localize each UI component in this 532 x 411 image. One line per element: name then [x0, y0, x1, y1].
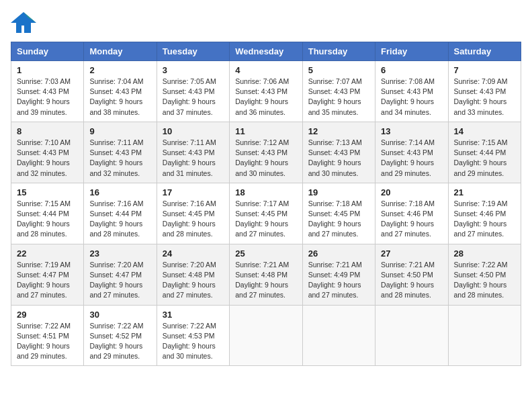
day-number: 31: [163, 310, 224, 320]
calendar-cell: 24Sunrise: 7:20 AMSunset: 4:48 PMDayligh…: [157, 244, 229, 305]
day-info: Sunrise: 7:12 AMSunset: 4:43 PMDaylight:…: [235, 138, 296, 179]
day-info: Sunrise: 7:09 AMSunset: 4:43 PMDaylight:…: [454, 77, 515, 118]
day-info: Sunrise: 7:08 AMSunset: 4:43 PMDaylight:…: [381, 77, 442, 118]
logo-bird-icon: [11, 11, 36, 36]
calendar-header-row: SundayMondayTuesdayWednesdayThursdayFrid…: [11, 42, 521, 61]
calendar-table: SundayMondayTuesdayWednesdayThursdayFrid…: [11, 42, 521, 366]
day-number: 28: [454, 248, 515, 259]
calendar-cell: 4Sunrise: 7:06 AMSunset: 4:43 PMDaylight…: [230, 61, 302, 122]
calendar-cell: 1Sunrise: 7:03 AMSunset: 4:43 PMDaylight…: [11, 61, 84, 122]
col-header-saturday: Saturday: [448, 42, 521, 61]
col-header-friday: Friday: [375, 42, 448, 61]
col-header-thursday: Thursday: [302, 42, 375, 61]
calendar-cell: 25Sunrise: 7:21 AMSunset: 4:48 PMDayligh…: [230, 244, 302, 305]
calendar-cell: 31Sunrise: 7:22 AMSunset: 4:53 PMDayligh…: [157, 305, 229, 366]
calendar-cell: 14Sunrise: 7:15 AMSunset: 4:44 PMDayligh…: [448, 122, 521, 183]
calendar-cell: 8Sunrise: 7:10 AMSunset: 4:43 PMDaylight…: [11, 122, 84, 183]
day-number: 25: [235, 248, 296, 259]
calendar-week-2: 8Sunrise: 7:10 AMSunset: 4:43 PMDaylight…: [11, 122, 521, 183]
calendar-week-1: 1Sunrise: 7:03 AMSunset: 4:43 PMDaylight…: [11, 61, 521, 122]
day-info: Sunrise: 7:07 AMSunset: 4:43 PMDaylight:…: [308, 77, 369, 118]
day-info: Sunrise: 7:11 AMSunset: 4:43 PMDaylight:…: [163, 138, 224, 179]
day-number: 21: [454, 187, 515, 197]
col-header-sunday: Sunday: [11, 42, 84, 61]
calendar-cell: 20Sunrise: 7:18 AMSunset: 4:46 PMDayligh…: [375, 183, 448, 244]
day-info: Sunrise: 7:19 AMSunset: 4:46 PMDaylight:…: [454, 199, 515, 240]
day-number: 12: [308, 126, 369, 136]
day-info: Sunrise: 7:17 AMSunset: 4:45 PMDaylight:…: [235, 199, 296, 240]
calendar-cell: 28Sunrise: 7:22 AMSunset: 4:50 PMDayligh…: [448, 244, 521, 305]
day-info: Sunrise: 7:06 AMSunset: 4:43 PMDaylight:…: [235, 77, 296, 118]
col-header-tuesday: Tuesday: [157, 42, 229, 61]
calendar-cell: [302, 305, 375, 366]
calendar-cell: 18Sunrise: 7:17 AMSunset: 4:45 PMDayligh…: [230, 183, 302, 244]
day-info: Sunrise: 7:21 AMSunset: 4:50 PMDaylight:…: [381, 260, 442, 301]
calendar-cell: 22Sunrise: 7:19 AMSunset: 4:47 PMDayligh…: [11, 244, 84, 305]
day-number: 2: [89, 65, 150, 75]
day-number: 20: [381, 187, 442, 197]
day-info: Sunrise: 7:21 AMSunset: 4:49 PMDaylight:…: [308, 260, 369, 301]
calendar-cell: 11Sunrise: 7:12 AMSunset: 4:43 PMDayligh…: [230, 122, 302, 183]
day-info: Sunrise: 7:18 AMSunset: 4:46 PMDaylight:…: [381, 199, 442, 240]
calendar-cell: 17Sunrise: 7:16 AMSunset: 4:45 PMDayligh…: [157, 183, 229, 244]
calendar-cell: 12Sunrise: 7:13 AMSunset: 4:43 PMDayligh…: [302, 122, 375, 183]
day-number: 27: [381, 248, 442, 259]
calendar-cell: [448, 305, 521, 366]
calendar-cell: 6Sunrise: 7:08 AMSunset: 4:43 PMDaylight…: [375, 61, 448, 122]
calendar-cell: 15Sunrise: 7:15 AMSunset: 4:44 PMDayligh…: [11, 183, 84, 244]
day-number: 13: [381, 126, 442, 136]
day-info: Sunrise: 7:13 AMSunset: 4:43 PMDaylight:…: [308, 138, 369, 179]
day-number: 7: [454, 65, 515, 75]
day-number: 18: [235, 187, 296, 197]
day-number: 15: [17, 187, 78, 197]
day-info: Sunrise: 7:22 AMSunset: 4:50 PMDaylight:…: [454, 260, 515, 301]
day-info: Sunrise: 7:19 AMSunset: 4:47 PMDaylight:…: [17, 260, 78, 301]
day-number: 1: [17, 65, 78, 75]
day-info: Sunrise: 7:14 AMSunset: 4:43 PMDaylight:…: [381, 138, 442, 179]
calendar-cell: 5Sunrise: 7:07 AMSunset: 4:43 PMDaylight…: [302, 61, 375, 122]
day-info: Sunrise: 7:21 AMSunset: 4:48 PMDaylight:…: [235, 260, 296, 301]
page-header: [11, 11, 521, 36]
day-number: 16: [89, 187, 150, 197]
day-number: 6: [381, 65, 442, 75]
day-info: Sunrise: 7:10 AMSunset: 4:43 PMDaylight:…: [17, 138, 78, 179]
day-number: 17: [163, 187, 224, 197]
day-number: 26: [308, 248, 369, 259]
calendar-cell: 13Sunrise: 7:14 AMSunset: 4:43 PMDayligh…: [375, 122, 448, 183]
logo: [11, 11, 39, 36]
col-header-wednesday: Wednesday: [230, 42, 302, 61]
day-info: Sunrise: 7:04 AMSunset: 4:43 PMDaylight:…: [89, 77, 150, 118]
calendar-week-5: 29Sunrise: 7:22 AMSunset: 4:51 PMDayligh…: [11, 305, 521, 366]
day-info: Sunrise: 7:11 AMSunset: 4:43 PMDaylight:…: [89, 138, 150, 179]
calendar-cell: 3Sunrise: 7:05 AMSunset: 4:43 PMDaylight…: [157, 61, 229, 122]
day-number: 3: [163, 65, 224, 75]
day-number: 4: [235, 65, 296, 75]
calendar-cell: 30Sunrise: 7:22 AMSunset: 4:52 PMDayligh…: [84, 305, 157, 366]
calendar-cell: 26Sunrise: 7:21 AMSunset: 4:49 PMDayligh…: [302, 244, 375, 305]
day-info: Sunrise: 7:22 AMSunset: 4:52 PMDaylight:…: [89, 321, 150, 362]
col-header-monday: Monday: [84, 42, 157, 61]
day-info: Sunrise: 7:16 AMSunset: 4:44 PMDaylight:…: [89, 199, 150, 240]
calendar-cell: 10Sunrise: 7:11 AMSunset: 4:43 PMDayligh…: [157, 122, 229, 183]
calendar-week-4: 22Sunrise: 7:19 AMSunset: 4:47 PMDayligh…: [11, 244, 521, 305]
calendar-cell: 19Sunrise: 7:18 AMSunset: 4:45 PMDayligh…: [302, 183, 375, 244]
calendar-cell: 2Sunrise: 7:04 AMSunset: 4:43 PMDaylight…: [84, 61, 157, 122]
day-info: Sunrise: 7:18 AMSunset: 4:45 PMDaylight:…: [308, 199, 369, 240]
calendar-cell: 7Sunrise: 7:09 AMSunset: 4:43 PMDaylight…: [448, 61, 521, 122]
calendar-cell: [375, 305, 448, 366]
day-number: 11: [235, 126, 296, 136]
calendar-week-3: 15Sunrise: 7:15 AMSunset: 4:44 PMDayligh…: [11, 183, 521, 244]
day-number: 22: [17, 248, 78, 259]
day-number: 10: [163, 126, 224, 136]
day-info: Sunrise: 7:20 AMSunset: 4:48 PMDaylight:…: [163, 260, 224, 301]
day-number: 14: [454, 126, 515, 136]
day-info: Sunrise: 7:15 AMSunset: 4:44 PMDaylight:…: [454, 138, 515, 179]
calendar-cell: 9Sunrise: 7:11 AMSunset: 4:43 PMDaylight…: [84, 122, 157, 183]
day-number: 5: [308, 65, 369, 75]
day-number: 8: [17, 126, 78, 136]
day-info: Sunrise: 7:05 AMSunset: 4:43 PMDaylight:…: [163, 77, 224, 118]
calendar-cell: 23Sunrise: 7:20 AMSunset: 4:47 PMDayligh…: [84, 244, 157, 305]
day-info: Sunrise: 7:20 AMSunset: 4:47 PMDaylight:…: [89, 260, 150, 301]
svg-marker-0: [11, 12, 36, 33]
day-number: 23: [89, 248, 150, 259]
